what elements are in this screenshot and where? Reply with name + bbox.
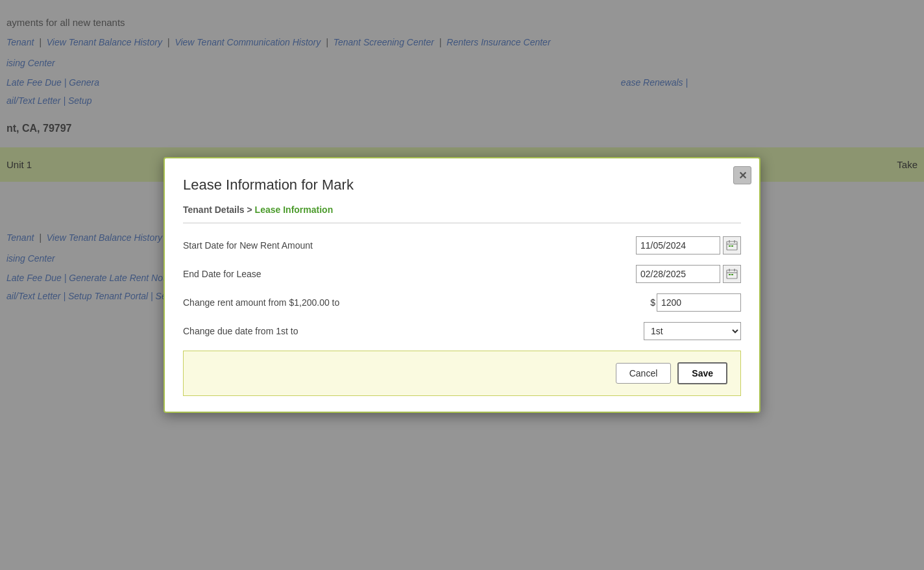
save-button[interactable]: Save bbox=[677, 362, 727, 384]
modal-title-suffix: for Mark bbox=[297, 177, 354, 193]
due-date-row: Change due date from 1st to 1st 2nd 3rd … bbox=[183, 322, 741, 340]
lease-information-modal: ✕ Lease Information for Mark Tenant Deta… bbox=[164, 157, 760, 413]
due-date-select[interactable]: 1st 2nd 3rd 4th 5th 10th 15th 20th 25th … bbox=[644, 322, 741, 340]
svg-rect-10 bbox=[729, 274, 731, 275]
end-date-row: End Date for Lease bbox=[183, 265, 741, 283]
start-date-calendar-button[interactable] bbox=[723, 236, 741, 254]
calendar-icon bbox=[726, 268, 738, 280]
breadcrumb: Tenant Details > Lease Information bbox=[183, 204, 741, 223]
rent-amount-field: $ bbox=[650, 293, 741, 312]
svg-rect-5 bbox=[731, 245, 733, 247]
breadcrumb-active: Lease Information bbox=[255, 204, 334, 215]
modal-title: Lease Information for Mark bbox=[183, 174, 741, 194]
end-date-input[interactable] bbox=[636, 265, 720, 283]
calendar-icon bbox=[726, 240, 738, 251]
start-date-input[interactable] bbox=[636, 236, 720, 254]
end-date-calendar-button[interactable] bbox=[723, 265, 741, 283]
due-date-label: Change due date from 1st to bbox=[183, 326, 644, 336]
svg-rect-4 bbox=[729, 245, 731, 247]
breadcrumb-static: Tenant Details > bbox=[183, 204, 252, 215]
start-date-label: Start Date for New Rent Amount bbox=[183, 240, 636, 251]
modal-title-text: Lease Information bbox=[183, 177, 297, 193]
modal-action-area: Cancel Save bbox=[183, 351, 741, 396]
rent-amount-label: Change rent amount from $1,200.00 to bbox=[183, 297, 650, 308]
end-date-label: End Date for Lease bbox=[183, 269, 636, 279]
end-date-field bbox=[636, 265, 741, 283]
cancel-button[interactable]: Cancel bbox=[616, 363, 672, 384]
currency-symbol: $ bbox=[650, 297, 655, 308]
svg-rect-11 bbox=[731, 274, 733, 275]
rent-amount-input[interactable] bbox=[657, 293, 741, 312]
start-date-row: Start Date for New Rent Amount bbox=[183, 236, 741, 254]
modal-close-button[interactable]: ✕ bbox=[733, 166, 751, 184]
rent-amount-row: Change rent amount from $1,200.00 to $ bbox=[183, 293, 741, 312]
due-date-field: 1st 2nd 3rd 4th 5th 10th 15th 20th 25th … bbox=[644, 322, 741, 340]
start-date-field bbox=[636, 236, 741, 254]
